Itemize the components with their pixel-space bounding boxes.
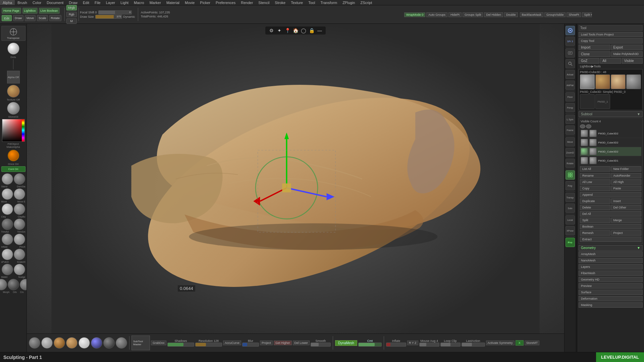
mouse-aug-slider[interactable] [419,343,439,347]
spolish-brush[interactable] [2,249,13,260]
move-icon-btn[interactable]: Move [566,137,575,146]
live-boolean-btn[interactable]: Live Boolean [39,8,60,14]
tool-thumb-4[interactable] [626,74,641,89]
floor-btn[interactable]: Floor [566,92,575,102]
get-higher-btn[interactable]: Get Higher [274,341,292,345]
mat-sphere-3[interactable] [54,337,65,349]
vp-lock-icon[interactable]: 🔒 [308,27,315,34]
copy-tool-btn[interactable]: Copy Tool [579,38,643,44]
surface-btn[interactable]: Surface [579,290,643,295]
move-elastic-brush[interactable] [14,188,25,200]
home-tab-btn[interactable]: Home Page [2,8,21,14]
goz-btn[interactable]: GoZ [579,58,599,64]
all-low-btn[interactable]: All Low [580,179,610,185]
insert-btn[interactable]: Insert [611,198,642,204]
pinch-brush[interactable] [14,234,25,245]
del-lower-btn[interactable]: Del Lower [293,341,310,345]
stroke-type-btn[interactable] [8,150,19,161]
spr-btn[interactable]: SPr 3 [566,37,575,46]
transp-btn[interactable]: Transp [566,193,575,202]
l-sym-btn[interactable]: L Sym [566,115,575,124]
rgb-btn[interactable]: Rgb [66,12,77,17]
nano-mesh-btn[interactable]: NanoMesh [579,258,643,263]
last-action-slider[interactable] [462,343,485,347]
clay-brush[interactable] [2,203,13,215]
m-btn[interactable]: M [66,18,77,24]
tool-thumb-2[interactable] [595,74,610,89]
tool-thumb-5[interactable] [580,94,595,109]
trimsm-brush[interactable] [14,219,25,230]
subtool-item-3[interactable]: PM3D_Cube3D2 [580,147,641,156]
double-btn[interactable]: Double [504,12,518,17]
subtool-item-1[interactable]: PM3D_Cube3D2 [580,129,641,138]
mrgb-btn[interactable]: Mrgb [66,5,77,10]
orb-brush[interactable] [8,279,19,290]
project-bottom-btn[interactable]: Project [260,341,273,345]
vp-settings-icon[interactable]: ⚙ [268,27,275,34]
poly-btn[interactable]: Poly [566,181,575,190]
menu-file[interactable]: File [92,0,103,5]
ryz-btn[interactable]: R Y Z [407,341,418,345]
loop-clip-slider[interactable] [440,343,461,347]
crease-brush[interactable] [20,279,27,290]
lightbox-tab-btn[interactable]: LightBox [22,8,38,14]
accucurve-btn[interactable]: AccuCurve [223,341,241,345]
array-mesh-btn[interactable]: ArrayMesh [579,251,643,257]
menu-transform[interactable]: Transform [318,0,340,5]
viewport[interactable]: ⚙ ✦ 📍 🏠 ◯ 🔒 — 0.0644 [27,24,564,352]
all-high-btn[interactable]: All High [611,179,642,185]
duplicate-btn[interactable]: Duplicate [580,198,610,204]
mallet-brush[interactable] [2,264,13,275]
extract-btn[interactable]: Extract [580,237,641,242]
trimad-brush[interactable] [2,219,13,230]
aaflat-btn[interactable]: AAFlat [566,80,575,90]
activate-symmetry-btn[interactable]: Activate Symmetry [486,341,515,345]
menu-edit[interactable]: Edit [80,0,92,5]
menu-brush[interactable]: Brush [15,0,30,5]
scale-btn[interactable]: Scale [37,15,48,21]
menu-tool[interactable]: Tool [306,0,318,5]
copy-subtool-btn[interactable]: Copy [580,186,610,191]
draw-btn[interactable]: Draw [13,15,23,21]
menu-alpha[interactable]: Alpha [0,0,15,5]
mat-sphere-4[interactable] [66,337,77,349]
menu-zplugin[interactable]: ZPlugin [340,0,358,5]
symmetry-x-btn[interactable]: X [516,340,524,346]
hide-pt-btn[interactable]: HidePt [448,12,462,17]
masking-btn[interactable]: Masking [579,302,643,308]
clone-btn[interactable]: Clone [579,51,610,57]
mat-sphere-5[interactable] [78,337,90,349]
alpha-off-btn[interactable]: Alpha Off [7,71,20,83]
bpr-btn[interactable] [566,26,575,35]
resolution-slider[interactable] [195,343,222,347]
new-folder-btn[interactable]: New Folder [611,166,642,172]
fiber-mesh-btn[interactable]: FiberMesh [579,270,643,276]
menu-macro[interactable]: Macro [131,0,147,5]
group-visible-btn[interactable]: GroupVisible [544,12,566,17]
rename-btn[interactable]: Rename [580,173,610,178]
split-btn[interactable]: Split [580,218,610,223]
all-btn[interactable]: All [600,58,621,64]
vp-star-icon[interactable]: ✦ [276,27,283,34]
tool-thumb-3[interactable] [611,74,626,89]
move-btn[interactable]: Move [25,15,36,21]
export-btn[interactable]: Export [611,45,643,50]
menu-zscript[interactable]: ZScript [358,0,375,5]
snakehook-brush[interactable] [14,249,25,260]
inflate-brush[interactable] [2,234,13,245]
zoom-btn[interactable] [566,59,575,68]
vp-home-icon[interactable]: 🏠 [292,27,299,34]
menu-light[interactable]: Light [118,0,131,5]
tool-thumb-6[interactable]: PM3D_1 [595,94,610,109]
groups-split-btn[interactable]: Groups Split [463,12,483,17]
blur-slider[interactable] [242,343,259,347]
pro-btn[interactable]: Pro [566,238,575,247]
edit-btn[interactable]: Edit [2,15,12,21]
menu-stencil[interactable]: Stencil [256,0,272,5]
import-btn[interactable]: Import [579,45,610,50]
preview-btn[interactable]: Preview [579,283,643,289]
project-btn[interactable]: Project [611,230,642,236]
actual-btn[interactable]: Actual [566,70,575,79]
nudge-brush[interactable] [14,264,25,275]
subtool-section-header[interactable]: Subtool ▼ [579,111,643,117]
